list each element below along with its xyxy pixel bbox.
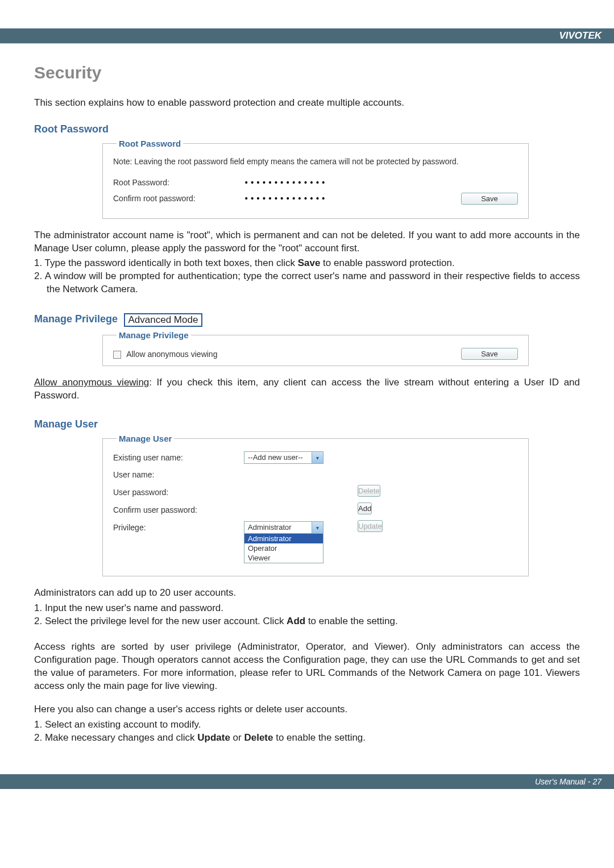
footer-text: User's Manual - 27 <box>535 777 601 786</box>
root-password-note: Note: Leaving the root password field em… <box>113 156 518 168</box>
admin-explain-l1: 1. Input the new user's name and passwor… <box>34 602 580 615</box>
root-password-panel: Root Password Note: Leaving the root pas… <box>102 139 529 219</box>
chevron-down-icon: ▾ <box>312 452 323 463</box>
allow-anonymous-desc: Allow anonymous viewing: If you check th… <box>34 376 580 402</box>
delete-button[interactable]: Delete <box>358 485 380 497</box>
manage-user-panel: Manage User Existing user name: --Add ne… <box>102 434 529 576</box>
confirm-root-password-input[interactable]: •••••••••••••• <box>244 194 335 203</box>
manage-user-heading: Manage User <box>34 418 580 430</box>
privilege-option-viewer[interactable]: Viewer <box>244 553 323 563</box>
manage-privilege-legend: Manage Privilege <box>117 330 191 340</box>
brand-label: VIVOTEK <box>559 28 614 43</box>
root-password-input[interactable]: •••••••••••••• <box>244 178 335 187</box>
admin-explain-l4: 2. Make necessary changes and click Upda… <box>34 732 580 745</box>
privilege-option-operator[interactable]: Operator <box>244 543 323 553</box>
existing-user-select[interactable]: --Add new user-- ▾ <box>244 451 323 464</box>
username-label: User name: <box>113 468 244 479</box>
privilege-option-administrator[interactable]: Administrator <box>244 534 323 543</box>
privilege-select[interactable]: Administrator ▾ <box>244 521 323 534</box>
confirm-root-password-label: Confirm root password: <box>113 194 244 203</box>
admin-explain-l2: 2. Select the privilege level for the ne… <box>34 615 580 628</box>
update-button[interactable]: Update <box>358 520 383 532</box>
manage-privilege-panel: Manage Privilege Allow anonymous viewing… <box>102 330 529 366</box>
admin-explain-p1: Administrators can add up to 20 user acc… <box>34 587 580 600</box>
chevron-down-icon: ▾ <box>312 522 323 533</box>
confirm-user-password-input[interactable] <box>244 504 323 515</box>
root-explain-l2: 2. A window will be prompted for authent… <box>34 270 580 296</box>
root-explain-p1: The administrator account name is "root"… <box>34 229 580 255</box>
privilege-options-list[interactable]: Administrator Operator Viewer <box>244 533 323 563</box>
advanced-mode-badge: Advanced Mode <box>124 313 203 327</box>
manage-privilege-heading: Manage Privilege <box>34 314 118 325</box>
user-password-label: User password: <box>113 486 244 497</box>
user-password-input[interactable] <box>244 486 323 497</box>
root-password-save-button[interactable]: Save <box>461 193 518 205</box>
manage-privilege-save-button[interactable]: Save <box>461 348 518 360</box>
allow-anonymous-label: Allow anonymous viewing <box>126 350 217 359</box>
admin-explain-l3: 1. Select an existing account to modify. <box>34 719 580 732</box>
admin-explain-p3: Here you also can change a user's access… <box>34 703 580 716</box>
root-password-heading: Root Password <box>34 123 580 135</box>
root-password-legend: Root Password <box>117 139 183 148</box>
root-explain-l1: 1. Type the password identically in both… <box>34 257 580 270</box>
username-input[interactable] <box>244 468 323 480</box>
add-button[interactable]: Add <box>358 502 372 514</box>
intro-text: This section explains how to enable pass… <box>34 97 580 109</box>
admin-explain-p2: Access rights are sorted by user privile… <box>34 641 580 693</box>
root-password-label: Root Password: <box>113 178 244 187</box>
existing-user-label: Existing user name: <box>113 451 244 462</box>
manage-user-legend: Manage User <box>117 434 174 443</box>
allow-anonymous-checkbox[interactable] <box>113 351 121 359</box>
confirm-user-password-label: Confirm user password: <box>113 504 244 514</box>
page-title: Security <box>34 63 580 82</box>
privilege-label: Privilege: <box>113 521 244 532</box>
